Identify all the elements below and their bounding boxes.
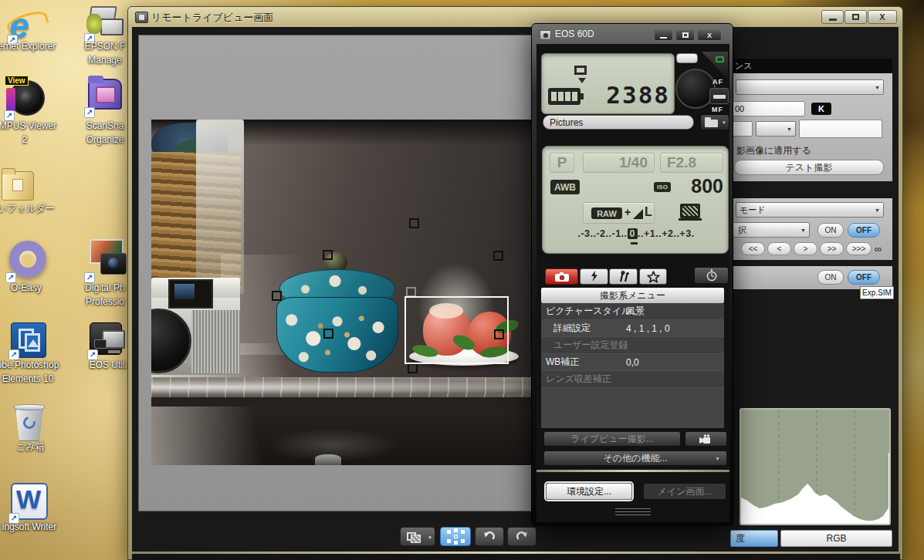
remote-liveview-window: リモートライブビュー画面 X bbox=[127, 6, 903, 560]
save-folder-field[interactable]: Pictures bbox=[543, 115, 694, 130]
white-balance-select[interactable]: ▼ bbox=[736, 79, 884, 95]
tab-setup[interactable] bbox=[609, 268, 638, 285]
wb-value-field[interactable] bbox=[799, 120, 882, 138]
small-object bbox=[315, 454, 341, 465]
af-point-display-button[interactable] bbox=[440, 527, 471, 546]
exposure-indicator bbox=[631, 242, 638, 245]
histogram-plot bbox=[741, 410, 891, 525]
folder-browse-button[interactable]: ▼ bbox=[700, 114, 729, 130]
focus-on-button[interactable]: ON bbox=[817, 223, 844, 238]
maximize-icon bbox=[852, 14, 859, 20]
wb-shift-field[interactable] bbox=[731, 121, 753, 137]
close-icon: X bbox=[879, 12, 885, 22]
menu-row-wb-correction[interactable]: WB補正 0,0 bbox=[541, 354, 724, 371]
af-mf-switch[interactable] bbox=[709, 88, 729, 104]
kingsoft-writer-icon: W ↗ bbox=[11, 483, 49, 521]
top-lcd: 2388 bbox=[541, 53, 675, 114]
liveview-content: ▼ ンス ▼ 00 bbox=[132, 27, 899, 559]
star-icon bbox=[647, 271, 660, 283]
histogram bbox=[740, 408, 891, 525]
focus-near-button[interactable]: > bbox=[794, 242, 817, 255]
overlay-compose-button[interactable]: ▼ bbox=[400, 527, 435, 546]
iso-value[interactable]: 800 bbox=[674, 174, 723, 197]
focus-off-button[interactable]: OFF bbox=[848, 223, 880, 238]
eos-maximize-button[interactable] bbox=[675, 29, 695, 41]
rotate-left-button[interactable] bbox=[475, 527, 504, 546]
color-temperature-field[interactable]: 00 bbox=[731, 101, 805, 116]
wb-shift-select[interactable]: ▼ bbox=[756, 121, 796, 137]
internet-explorer-icon: e ↗ bbox=[9, 8, 45, 43]
kelvin-badge: K bbox=[811, 103, 831, 115]
af-point bbox=[323, 329, 333, 339]
timer-button[interactable] bbox=[694, 267, 729, 284]
timer-icon bbox=[706, 269, 718, 282]
af-point bbox=[272, 291, 282, 301]
menu-filler bbox=[541, 388, 724, 428]
vintage-camera bbox=[151, 278, 240, 378]
preview-off-button[interactable]: OFF bbox=[848, 270, 880, 285]
resize-grip[interactable] bbox=[615, 508, 651, 515]
other-functions-button[interactable]: その他の機能... ▼ bbox=[543, 450, 727, 466]
preview-on-button[interactable]: ON bbox=[817, 270, 844, 285]
af-grid-icon bbox=[454, 535, 458, 538]
shutter-release-button[interactable] bbox=[676, 53, 698, 63]
o-easy-icon: ↗ bbox=[8, 239, 48, 281]
histogram-luminance-tab[interactable]: 度 bbox=[730, 530, 778, 547]
rotate-right-button[interactable] bbox=[507, 527, 536, 546]
aperture[interactable]: F2.8 bbox=[660, 153, 723, 173]
minimize-icon bbox=[660, 37, 667, 39]
focus-far-button[interactable]: < bbox=[767, 242, 791, 255]
screen: e ↗ ternet Explorer ↗ EPSON F Manage Vie… bbox=[0, 0, 924, 560]
maximize-button[interactable] bbox=[844, 10, 867, 24]
dropdown-icon: ▼ bbox=[722, 120, 726, 125]
main-window-button[interactable]: メイン画面... bbox=[643, 483, 726, 500]
menu-row-detail-settings[interactable]: 詳細設定 4 , 1 , 1 , 0 bbox=[541, 320, 724, 337]
menu-header: 撮影系メニュー bbox=[541, 288, 724, 303]
focus-frame[interactable] bbox=[404, 296, 509, 364]
dropdown-icon: ▼ bbox=[875, 85, 880, 90]
folder-icon bbox=[705, 120, 718, 127]
white-balance-mode[interactable]: AWB bbox=[550, 180, 580, 194]
movie-mode-button[interactable] bbox=[685, 431, 727, 447]
blue-jar bbox=[275, 252, 402, 376]
preferences-button[interactable]: 環境設定... bbox=[546, 483, 632, 500]
dropdown-icon: ▼ bbox=[800, 228, 806, 233]
eos-minimize-button[interactable] bbox=[654, 29, 673, 41]
focus-nearest-button[interactable]: >>> bbox=[846, 242, 872, 255]
focus-far-fast-button[interactable]: << bbox=[741, 242, 765, 255]
af-label: AF bbox=[712, 78, 723, 86]
movie-camera-icon bbox=[699, 434, 714, 444]
menu-row-picture-style[interactable]: ピクチャースタイル 風景 bbox=[541, 303, 724, 320]
histogram-rgb-tab[interactable]: RGB bbox=[780, 530, 892, 547]
menu-row-lens-aberration[interactable]: レンズ収差補正 bbox=[541, 371, 724, 388]
eos-window-icon bbox=[540, 30, 551, 40]
eos-close-button[interactable]: X bbox=[697, 29, 722, 41]
focus-select[interactable]: 択 ▼ bbox=[731, 222, 810, 238]
photoshop-elements-icon: ↗ bbox=[11, 322, 46, 358]
tab-flash[interactable] bbox=[580, 268, 608, 285]
tab-custom-functions[interactable] bbox=[639, 268, 667, 285]
eos-divider bbox=[536, 470, 729, 472]
focus-near-fast-button[interactable]: >> bbox=[820, 242, 844, 255]
shots-remaining: 2388 bbox=[593, 79, 670, 111]
menu-row-user-settings[interactable]: ユーザー設定登録 bbox=[541, 337, 724, 354]
focus-mode-select[interactable]: モード ▼ bbox=[736, 202, 884, 218]
dropdown-icon: ▼ bbox=[715, 456, 720, 461]
shooting-mode[interactable]: P bbox=[550, 153, 574, 173]
minimize-button[interactable] bbox=[821, 10, 844, 24]
mf-label: MF bbox=[712, 106, 723, 113]
minimize-icon bbox=[829, 19, 837, 21]
shutter-speed[interactable]: 1/40 bbox=[583, 153, 655, 173]
image-quality[interactable]: RAW + L bbox=[583, 202, 655, 224]
white-balance-panel: ▼ 00 K ▼ 影画像に適用する テスト撮影 bbox=[730, 73, 892, 181]
liveview-shoot-button[interactable]: ライブビュー撮影... bbox=[543, 431, 681, 447]
quality-half-icon bbox=[633, 209, 643, 219]
iso-badge: ISO bbox=[654, 182, 671, 192]
dropdown-icon: ▼ bbox=[875, 207, 880, 213]
rotate-left-icon bbox=[483, 531, 496, 543]
focus-panel: モード ▼ 択 ▼ ON OFF << < > >> >>> ∞ bbox=[730, 198, 892, 260]
test-shot-button[interactable]: テスト撮影 bbox=[734, 160, 884, 175]
epson-icon: ↗ bbox=[86, 6, 124, 42]
close-button[interactable]: X bbox=[868, 10, 897, 24]
tab-shooting[interactable] bbox=[545, 268, 578, 285]
